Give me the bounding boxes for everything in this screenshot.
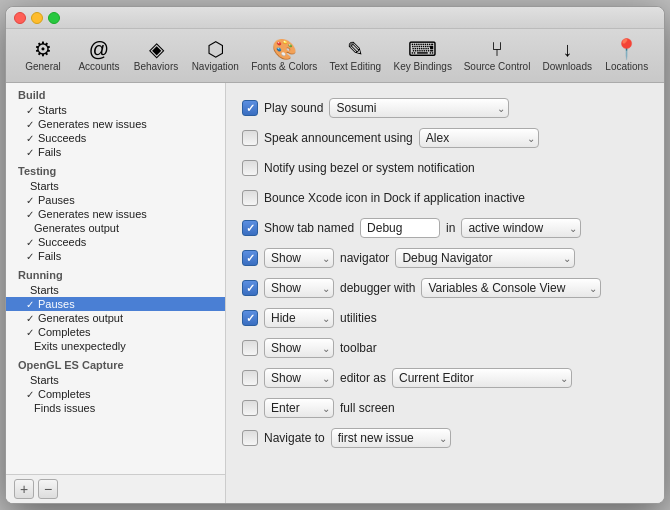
- row-bounce: Bounce Xcode icon in Dock if application…: [242, 187, 648, 209]
- sidebar-item-label: Succeeds: [38, 236, 86, 248]
- close-button[interactable]: [14, 12, 26, 24]
- toolbar-item-behaviors[interactable]: ◈Behaviors: [128, 35, 184, 76]
- row-label: debugger with: [340, 281, 415, 295]
- checkbox[interactable]: [242, 100, 258, 116]
- check-mark: ✓: [26, 327, 34, 338]
- checkbox[interactable]: [242, 400, 258, 416]
- sidebar-item-label: Completes: [38, 326, 91, 338]
- sidebar-item-completes[interactable]: ✓Completes: [6, 325, 225, 339]
- general-icon: ⚙: [34, 39, 52, 59]
- checkbox[interactable]: [242, 340, 258, 356]
- row-label: Play sound: [264, 101, 323, 115]
- sidebar-item-pauses[interactable]: ✓Pauses: [6, 193, 225, 207]
- sidebar-item-label: Exits unexpectedly: [34, 340, 126, 352]
- tab-name-input[interactable]: [360, 218, 440, 238]
- toolbar-label-text-editing: Text Editing: [329, 61, 381, 72]
- sidebar-item-starts[interactable]: Starts: [6, 373, 225, 387]
- sidebar-item-starts[interactable]: Starts: [6, 179, 225, 193]
- sidebar-item-generates-output[interactable]: ✓Generates output: [6, 311, 225, 325]
- toolbar-item-navigation[interactable]: ⬡Navigation: [186, 35, 245, 76]
- dropdown[interactable]: SosumiBassoFrogFunkGlassHeroMorsePingPop…: [329, 98, 509, 118]
- sidebar-item-succeeds[interactable]: ✓Succeeds: [6, 131, 225, 145]
- add-button[interactable]: +: [14, 479, 34, 499]
- dropdown[interactable]: ShowHide: [264, 248, 334, 268]
- row-navigate: Navigate tofirst new issuenext issueprev…: [242, 427, 648, 449]
- dropdown[interactable]: Debug NavigatorProject NavigatorSymbol N…: [395, 248, 575, 268]
- sidebar-item-label: Generates output: [34, 222, 119, 234]
- text-editing-icon: ✎: [347, 39, 364, 59]
- sidebar-item-generates-new-issues[interactable]: ✓Generates new issues: [6, 117, 225, 131]
- check-mark: ✓: [26, 251, 34, 262]
- sidebar-item-fails[interactable]: ✓Fails: [6, 249, 225, 263]
- sidebar: Build✓Starts✓Generates new issues✓Succee…: [6, 83, 226, 503]
- checkbox[interactable]: [242, 310, 258, 326]
- toolbar-label-accounts: Accounts: [78, 61, 119, 72]
- check-mark: ✓: [26, 195, 34, 206]
- sidebar-item-label: Pauses: [38, 194, 75, 206]
- sidebar-item-pauses[interactable]: ✓Pauses: [6, 297, 225, 311]
- checkbox[interactable]: [242, 160, 258, 176]
- dropdown[interactable]: Current EditorStandard EditorAssistant E…: [392, 368, 572, 388]
- sidebar-item-starts[interactable]: Starts: [6, 283, 225, 297]
- remove-button[interactable]: −: [38, 479, 58, 499]
- dropdown[interactable]: Variables & Console ViewConsole ViewVari…: [421, 278, 601, 298]
- row-tab: Show tab namedinactive windownew windows…: [242, 217, 648, 239]
- maximize-button[interactable]: [48, 12, 60, 24]
- row-fullscreen: EnterExitfull screen: [242, 397, 648, 419]
- toolbar-label-behaviors: Behaviors: [134, 61, 178, 72]
- toolbar: ⚙General@Accounts◈Behaviors⬡Navigation🎨F…: [6, 29, 664, 83]
- sidebar-item-finds-issues[interactable]: Finds issues: [6, 401, 225, 415]
- row-debugger: ShowHidedebugger withVariables & Console…: [242, 277, 648, 299]
- sidebar-item-label: Finds issues: [34, 402, 95, 414]
- check-mark: ✓: [26, 209, 34, 220]
- sidebar-item-generates-output[interactable]: Generates output: [6, 221, 225, 235]
- checkbox[interactable]: [242, 370, 258, 386]
- dropdown[interactable]: first new issuenext issueprevious issue: [331, 428, 451, 448]
- sidebar-item-label: Fails: [38, 146, 61, 158]
- toolbar-item-text-editing[interactable]: ✎Text Editing: [324, 35, 387, 76]
- accounts-icon: @: [89, 39, 109, 59]
- sidebar-item-fails[interactable]: ✓Fails: [6, 145, 225, 159]
- toolbar-item-accounts[interactable]: @Accounts: [72, 35, 126, 76]
- check-mark: ✓: [26, 119, 34, 130]
- checkbox[interactable]: [242, 190, 258, 206]
- check-mark: ✓: [26, 147, 34, 158]
- checkbox[interactable]: [242, 430, 258, 446]
- toolbar-item-general[interactable]: ⚙General: [16, 35, 70, 76]
- sidebar-item-label: Fails: [38, 250, 61, 262]
- row-navigator: ShowHidenavigatorDebug NavigatorProject …: [242, 247, 648, 269]
- sidebar-scroll: Build✓Starts✓Generates new issues✓Succee…: [6, 83, 225, 474]
- sidebar-section-testing: Testing: [6, 159, 225, 179]
- downloads-icon: ↓: [562, 39, 572, 59]
- checkbox[interactable]: [242, 250, 258, 266]
- source-control-icon: ⑂: [491, 39, 503, 59]
- toolbar-item-source-control[interactable]: ⑂Source Control: [459, 35, 535, 76]
- sidebar-item-succeeds[interactable]: ✓Succeeds: [6, 235, 225, 249]
- checkbox[interactable]: [242, 220, 258, 236]
- toolbar-item-key-bindings[interactable]: ⌨Key Bindings: [389, 35, 458, 76]
- check-mark: ✓: [26, 299, 34, 310]
- toolbar-item-fonts-colors[interactable]: 🎨Fonts & Colors: [247, 35, 322, 76]
- toolbar-item-locations[interactable]: 📍Locations: [600, 35, 655, 76]
- sidebar-item-label: Starts: [30, 180, 59, 192]
- sidebar-item-starts[interactable]: ✓Starts: [6, 103, 225, 117]
- dropdown[interactable]: ShowHide: [264, 278, 334, 298]
- row-label: toolbar: [340, 341, 377, 355]
- row-label: Speak announcement using: [264, 131, 413, 145]
- sidebar-section-opengl-es-capture: OpenGL ES Capture: [6, 353, 225, 373]
- sidebar-item-completes[interactable]: ✓Completes: [6, 387, 225, 401]
- row-label: Show tab named: [264, 221, 354, 235]
- dropdown[interactable]: ShowHide: [264, 368, 334, 388]
- toolbar-item-downloads[interactable]: ↓Downloads: [537, 35, 598, 76]
- checkbox[interactable]: [242, 280, 258, 296]
- sidebar-item-generates-new-issues[interactable]: ✓Generates new issues: [6, 207, 225, 221]
- sidebar-item-exits-unexpectedly[interactable]: Exits unexpectedly: [6, 339, 225, 353]
- sidebar-item-label: Generates new issues: [38, 118, 147, 130]
- dropdown[interactable]: active windownew windowseparate tab: [461, 218, 581, 238]
- dropdown[interactable]: AlexFredVictoriaSamantha: [419, 128, 539, 148]
- checkbox[interactable]: [242, 130, 258, 146]
- dropdown[interactable]: ShowHide: [264, 338, 334, 358]
- minimize-button[interactable]: [31, 12, 43, 24]
- dropdown[interactable]: ShowHide: [264, 308, 334, 328]
- dropdown[interactable]: EnterExit: [264, 398, 334, 418]
